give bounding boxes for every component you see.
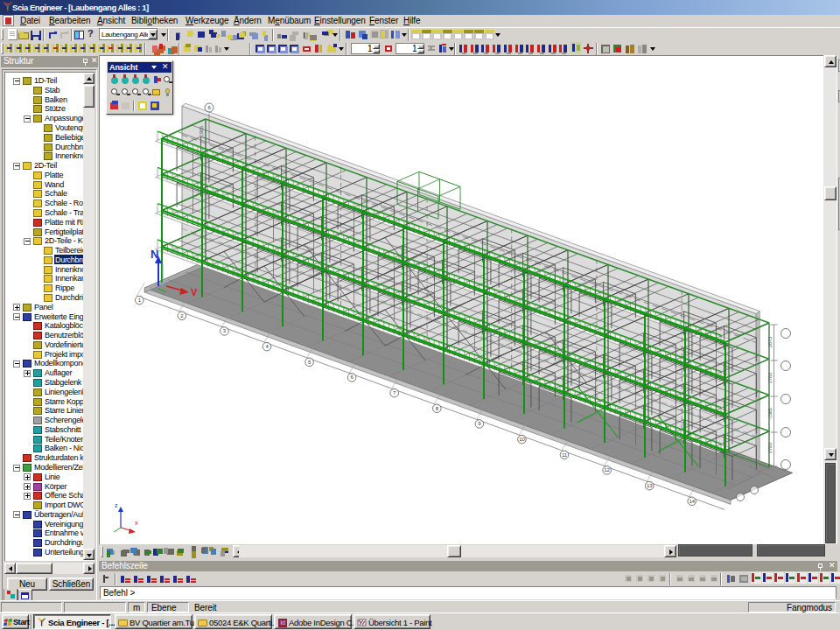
svg-text:2873: 2873 (767, 337, 773, 347)
svg-text:10: 10 (519, 437, 525, 442)
svg-text:-1585: -1585 (767, 408, 773, 420)
svg-text:14: 14 (689, 499, 695, 504)
svg-text:V: V (191, 287, 198, 298)
svg-text:12: 12 (604, 467, 610, 472)
svg-text:11: 11 (562, 452, 568, 458)
svg-text:z: z (115, 502, 118, 508)
svg-text:1985: 1985 (199, 126, 204, 136)
svg-text:13: 13 (647, 483, 653, 488)
svg-text:x: x (135, 520, 138, 526)
svg-text:2783: 2783 (767, 373, 773, 383)
svg-text:2783: 2783 (767, 443, 773, 453)
